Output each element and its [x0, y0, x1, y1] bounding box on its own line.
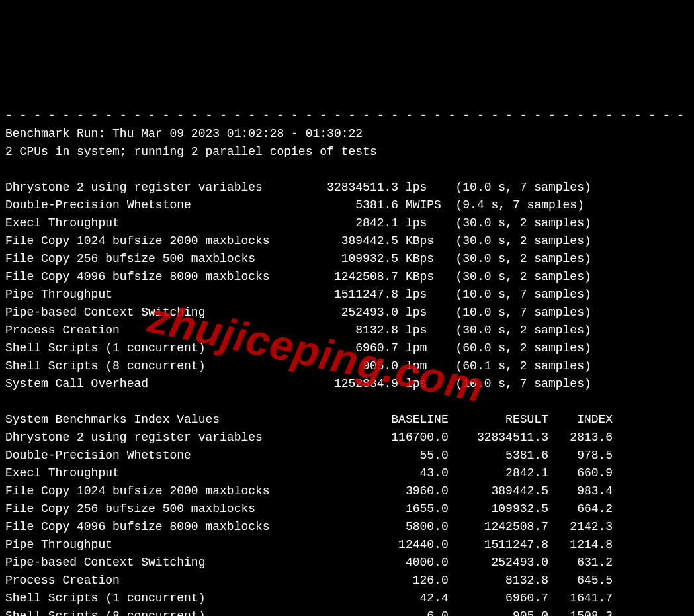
- separator-line: - - - - - - - - - - - - - - - - - - - - …: [5, 109, 684, 122]
- cpu-info-line: 2 CPUs in system; running 2 parallel cop…: [5, 145, 377, 158]
- terminal-output: - - - - - - - - - - - - - - - - - - - - …: [0, 89, 694, 616]
- benchmark-tests: Dhrystone 2 using register variables 328…: [5, 181, 591, 390]
- benchmark-run-header: Benchmark Run: Thu Mar 09 2023 01:02:28 …: [5, 127, 363, 140]
- benchmark-index-table: System Benchmarks Index Values BASELINE …: [5, 413, 613, 616]
